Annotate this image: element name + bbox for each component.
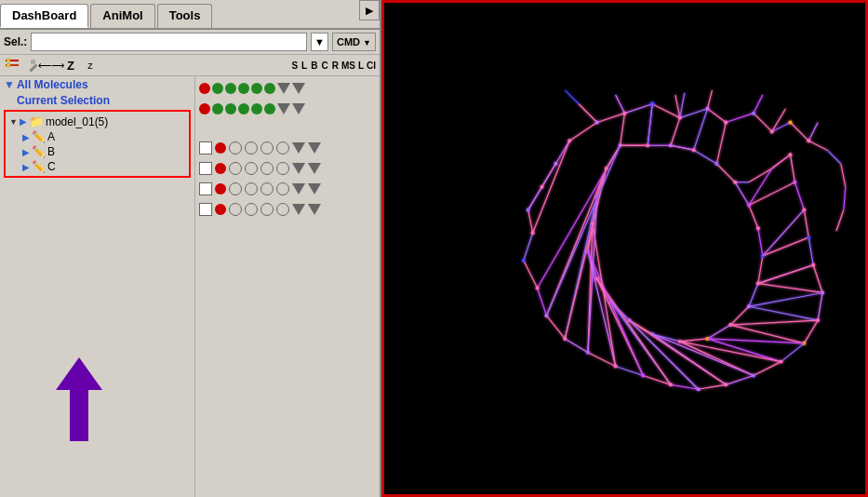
child-c-circle-4 [276,203,289,216]
child-b-circle-4 [276,182,289,195]
molecule-viewer[interactable] [381,0,868,497]
tool-z-lower-icon[interactable]: z [82,57,99,74]
svg-line-72 [758,284,822,293]
child-b-circle-3 [260,182,274,195]
svg-line-20 [524,233,533,261]
child-c-tri-2 [308,204,321,215]
tool-arrows-icon[interactable]: ⟵⟶ [43,57,60,74]
sel-dropdown-arrow: ▼ [314,36,325,47]
svg-point-110 [770,129,774,133]
child-a-circle-2 [245,162,258,175]
child-c-checkbox[interactable] [199,203,212,216]
svg-line-25 [588,353,616,367]
svg-line-165 [772,154,791,168]
svg-line-64 [671,118,680,146]
child-c-circle-1 [229,203,242,216]
model-row[interactable]: ▼ ▶ 📁 model_01(5) [7,114,187,129]
tab-tools[interactable]: Tools [157,4,213,28]
svg-line-179 [565,168,606,339]
svg-line-86 [533,141,570,233]
svg-line-91 [675,95,680,118]
child-a-label: A [47,130,55,143]
tool-settings-icon[interactable] [4,57,20,74]
collapse-arrow-button[interactable]: ▶ [359,0,380,20]
child-c-icon: ✏️ [32,160,46,173]
child-b-props-row [195,179,380,199]
svg-line-29 [699,384,727,389]
svg-rect-5 [31,60,35,64]
props-area [195,76,380,497]
child-a-row[interactable]: ▶ ✏️ A [7,129,187,144]
child-c-circle-2 [245,203,258,216]
sel-row: Sel.: ▼ CMD ▼ [0,30,380,55]
sel-input[interactable] [31,33,307,51]
svg-line-11 [707,109,726,123]
svg-line-27 [643,375,671,384]
svg-point-106 [678,116,682,120]
svg-line-51 [707,325,730,339]
child-c-arrow: ▶ [22,162,30,172]
dot-all-mol-6 [264,83,275,94]
child-a-arrow: ▶ [22,132,30,142]
svg-line-24 [565,339,588,353]
dot-all-mol-7 [199,103,210,114]
cmd-button[interactable]: CMD ▼ [332,33,376,51]
dot-all-mol-4 [238,83,249,94]
model-icon: 📁 [29,114,44,128]
svg-line-23 [546,316,565,339]
svg-line-169 [730,320,818,325]
all-molecules-expand[interactable]: ▼ [4,78,15,91]
svg-point-3 [7,63,10,67]
svg-point-118 [536,287,540,290]
model-circle-4 [276,141,289,154]
svg-line-56 [749,206,758,229]
svg-line-59 [694,150,717,164]
svg-line-97 [808,141,827,150]
molecule-svg [384,3,865,494]
svg-line-33 [804,320,818,343]
svg-line-12 [726,114,754,123]
tri-all-mol-4 [292,103,305,114]
svg-line-21 [524,261,538,289]
svg-line-15 [790,123,808,141]
svg-point-114 [541,185,544,189]
child-b-checkbox[interactable] [199,182,212,195]
col-header-b: B [311,60,317,71]
svg-line-93 [707,90,712,109]
svg-line-73 [749,306,818,320]
svg-line-35 [813,265,822,293]
svg-point-154 [733,181,737,184]
dot-all-mol-10 [238,103,249,114]
svg-line-68 [749,168,772,182]
model-tri-2 [308,142,321,154]
tab-animol[interactable]: AniMol [90,4,154,28]
svg-line-166 [763,209,804,255]
model-expand-arrow[interactable]: ▼ [9,117,18,127]
tri-all-mol-1 [277,83,290,94]
arrow-up-indicator [56,357,102,441]
svg-point-117 [522,259,526,262]
toolbar-area: ⟵⟶ Z z S L B C R MS L Cl [0,55,380,76]
model-checkbox[interactable] [199,141,212,154]
sel-dropdown[interactable]: ▼ [311,33,328,51]
tool-z-upper-icon[interactable]: Z [62,57,79,74]
svg-point-133 [807,235,810,239]
main-content: ▼ All Molecules Current Selection ▼ ▶ 📁 … [0,76,380,497]
child-c-row[interactable]: ▶ ✏️ C [7,159,187,174]
dot-all-mol-8 [212,103,223,114]
child-a-dot-filled [215,163,226,174]
svg-line-7 [597,114,625,123]
svg-line-99 [841,164,846,187]
svg-line-55 [758,228,763,256]
child-a-props-row [195,158,380,179]
tab-dashboard[interactable]: DashBoard [0,4,88,28]
child-b-dot-filled [215,183,226,195]
child-a-tri-2 [308,163,321,174]
child-b-row[interactable]: ▶ ✏️ B [7,144,187,159]
child-a-checkbox[interactable] [199,162,212,175]
svg-point-116 [531,231,535,235]
child-a-circle-3 [260,162,274,175]
col-header-s: S [291,60,298,71]
child-c-dot-filled [215,204,226,215]
child-b-tri-2 [308,183,321,195]
